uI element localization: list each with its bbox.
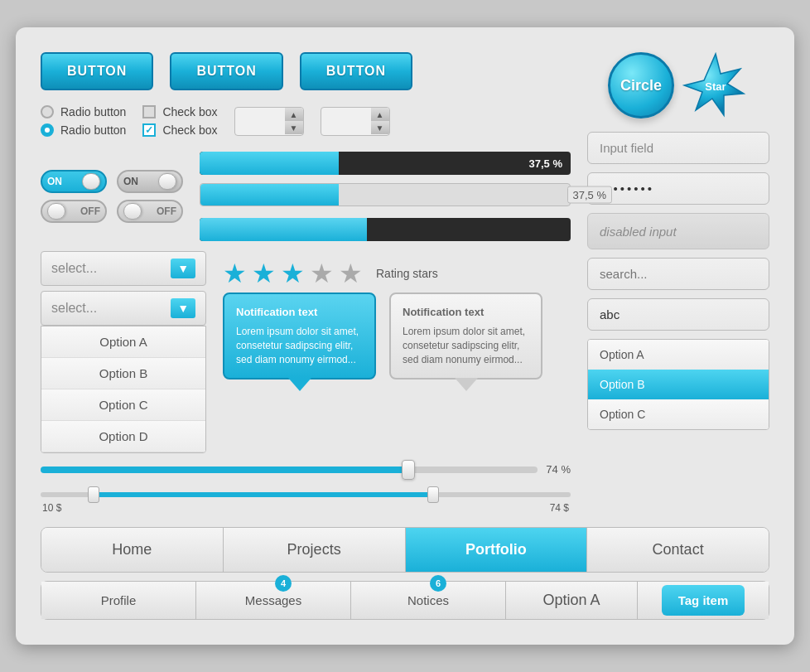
bottom-center-option[interactable]: Option A — [506, 582, 638, 619]
radio-item-2[interactable]: Radio button — [41, 123, 126, 137]
slider-section: 74 % 10 $ 74 $ — [41, 463, 571, 514]
search-icon-2[interactable]: 🔍 — [769, 307, 769, 322]
notif-blue-title: Notification text — [236, 306, 363, 318]
input-field-plain[interactable]: Input field — [587, 132, 769, 164]
tab-projects[interactable]: Projects — [224, 528, 406, 572]
dropdown-option-b[interactable]: Option B — [41, 358, 205, 389]
notif-gray-arrow — [455, 378, 478, 391]
checkbox-label-1: Check box — [162, 105, 217, 118]
listbox-item-a[interactable]: Option A — [588, 340, 769, 370]
toggle-on-1[interactable]: ON — [41, 170, 107, 193]
checkbox-box-1 — [142, 105, 156, 118]
price-thumb-left[interactable] — [88, 486, 99, 503]
star-1[interactable]: ★ — [223, 258, 247, 289]
listbox-item-b[interactable]: Option B — [588, 370, 769, 399]
toggle-on-label-2: ON — [123, 176, 138, 187]
progress-bar-3 — [200, 218, 571, 241]
toggle-knob-3 — [47, 203, 65, 220]
dropdown-option-d[interactable]: Option D — [41, 421, 205, 452]
select-2[interactable]: select... ▼ — [41, 291, 206, 326]
number-field-2[interactable]: 4,1 — [321, 108, 371, 135]
search-field-1-wrap: 🔍 — [587, 258, 769, 290]
dropdown-option-a[interactable]: Option A — [41, 326, 205, 358]
password-field[interactable] — [588, 173, 769, 204]
search-field-2[interactable] — [588, 299, 769, 330]
bottom-tab-messages-label: Messages — [245, 593, 301, 607]
button-3[interactable]: BUTTON — [300, 52, 412, 90]
password-lock-icon[interactable]: 🔒 — [769, 181, 769, 196]
disabled-input-wrap: 🔒 — [587, 213, 769, 249]
button-1[interactable]: BUTTON — [41, 52, 153, 90]
select-1-placeholder: select... — [51, 261, 97, 276]
tab-contact[interactable]: Contact — [587, 528, 769, 572]
spinner-up-1[interactable]: ▲ — [285, 108, 303, 121]
progress-fill-2 — [200, 184, 339, 205]
notif-gray: Notification text Lorem ipsum dolor sit … — [389, 292, 542, 380]
radio-group: Radio button Radio button — [41, 105, 126, 137]
toggle-knob-2 — [158, 173, 176, 190]
select-1-wrap: select... ▼ — [41, 251, 206, 286]
slider-1-thumb[interactable] — [402, 460, 415, 480]
toggle-on-2[interactable]: ON — [117, 170, 183, 193]
number-field-1[interactable]: 1000 — [235, 108, 285, 135]
star-2[interactable]: ★ — [252, 258, 276, 289]
spinner-1: ▲ ▼ — [285, 108, 303, 134]
spinner-down-1[interactable]: ▼ — [285, 121, 303, 134]
star-4[interactable]: ★ — [310, 258, 334, 289]
price-thumb-right[interactable] — [427, 486, 439, 503]
notifications: Notification text Lorem ipsum dolor sit … — [223, 292, 571, 380]
content-left: BUTTON BUTTON BUTTON Radio button Radio … — [41, 52, 571, 514]
bottom-tab-profile-label: Profile — [101, 593, 137, 607]
select-1[interactable]: select... ▼ — [41, 251, 206, 286]
tag-btn-wrap: Tag item — [638, 582, 769, 619]
number-input-2[interactable]: 4,1 ▲ ▼ — [321, 107, 390, 136]
disabled-input — [588, 216, 769, 247]
notif-gray-wrap: Notification text Lorem ipsum dolor sit … — [389, 292, 542, 380]
checkbox-label-2: Check box — [162, 123, 217, 137]
toggle-off-2[interactable]: OFF — [117, 200, 183, 223]
slider-1-track[interactable] — [41, 467, 538, 473]
tab-home[interactable]: Home — [41, 528, 224, 572]
star-3[interactable]: ★ — [281, 258, 305, 289]
dropdown-option-c[interactable]: Option C — [41, 389, 205, 421]
rating-label: Rating stars — [376, 267, 438, 280]
star-button[interactable]: Star — [682, 52, 749, 118]
price-slider-row — [41, 486, 571, 497]
bottom-tab-messages[interactable]: 4 Messages — [196, 582, 351, 619]
bottom-tab-profile[interactable]: Profile — [41, 582, 196, 619]
progress-fill-3 — [200, 218, 367, 241]
toggle-on-label-1: ON — [47, 176, 62, 187]
tag-item-button[interactable]: Tag item — [662, 585, 745, 616]
tab-portfolio[interactable]: Portfolio — [406, 528, 588, 572]
listbox-item-c[interactable]: Option C — [588, 399, 769, 429]
number-input-1[interactable]: 1000 ▲ ▼ — [234, 107, 304, 136]
spinner-up-2[interactable]: ▲ — [371, 108, 389, 121]
toggle-off-label-1: OFF — [80, 205, 100, 217]
bottom-tab-notices[interactable]: 6 Notices — [351, 582, 506, 619]
button-2[interactable]: BUTTON — [170, 52, 282, 90]
checkbox-item-2[interactable]: Check box — [142, 123, 217, 137]
progress-fill-1 — [200, 152, 339, 175]
bottom-tab-notices-label: Notices — [407, 593, 449, 607]
circle-button[interactable]: Circle — [608, 52, 674, 118]
spinner-down-2[interactable]: ▼ — [371, 121, 389, 134]
price-min-label: 10 $ — [42, 502, 61, 514]
svg-text:Star: Star — [705, 80, 726, 93]
select-section: select... ▼ select... ▼ Option A Option … — [41, 251, 206, 453]
progress-bar-wrap-2: 37,5 % — [200, 183, 571, 206]
notif-gray-title: Notification text — [403, 306, 529, 318]
notif-blue: Notification text Lorem ipsum dolor sit … — [223, 292, 376, 380]
search-icon-1[interactable]: 🔍 — [769, 266, 769, 282]
star-5[interactable]: ★ — [339, 258, 363, 289]
progress-label-2: 37,5 % — [567, 186, 612, 204]
select-2-wrap: select... ▼ Option A Option B Option C O… — [41, 291, 206, 453]
toggle-row-1: ON ON — [41, 170, 183, 193]
search-field-1[interactable] — [588, 259, 769, 289]
price-slider-wrap: 10 $ 74 $ — [41, 486, 571, 514]
notif-blue-arrow — [288, 378, 311, 391]
checkbox-item-1[interactable]: Check box — [142, 105, 217, 118]
dropdown-list: Option A Option B Option C Option D — [41, 326, 206, 453]
toggle-off-1[interactable]: OFF — [41, 200, 107, 223]
price-slider-track[interactable] — [41, 492, 571, 497]
radio-item-1[interactable]: Radio button — [41, 105, 126, 118]
